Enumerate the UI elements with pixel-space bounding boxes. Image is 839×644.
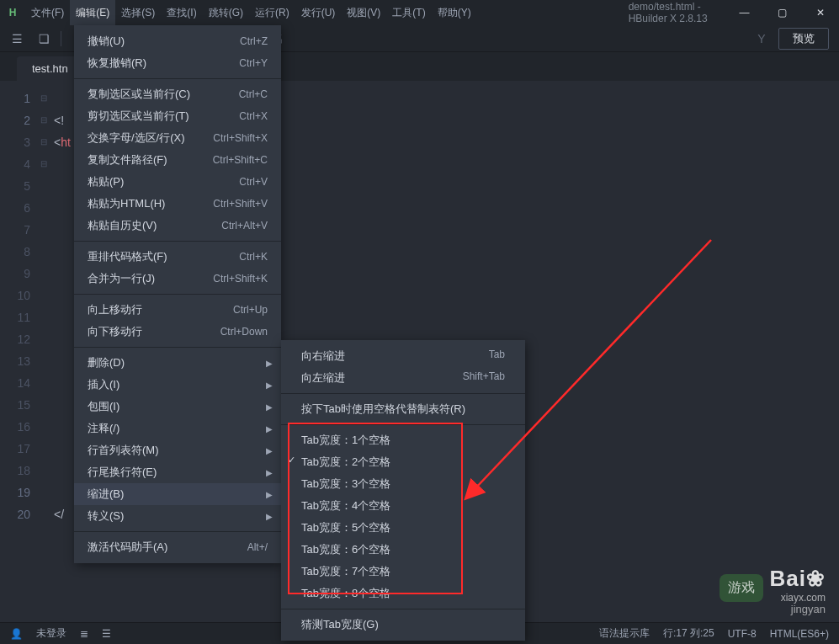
- submenu-label: 猜测Tab宽度(G): [301, 617, 379, 632]
- line-number: 2: [0, 109, 30, 131]
- menu-item-label: 复制选区或当前行(C): [88, 87, 190, 102]
- menu-item[interactable]: 行首列表符(M)▶: [74, 439, 281, 461]
- minimize-button[interactable]: —: [725, 0, 763, 25]
- line-number: 19: [0, 482, 30, 503]
- fold-marker[interactable]: ⊟: [40, 153, 50, 175]
- submenu-item[interactable]: 向左缩进Shift+Tab: [281, 367, 525, 389]
- menu-item-label: 合并为一行(J): [88, 271, 155, 286]
- menu-item[interactable]: 粘贴为HTML(H)Ctrl+Shift+V: [74, 193, 281, 215]
- menu-item[interactable]: 激活代码助手(A)Alt+/: [74, 536, 281, 558]
- line-number: 15: [0, 394, 30, 416]
- menu-item-label: 向下移动行: [88, 324, 142, 339]
- menu-item[interactable]: 行尾换行符(E)▶: [74, 461, 281, 483]
- fold-marker[interactable]: ⊟: [40, 109, 50, 131]
- line-number: 9: [0, 263, 30, 285]
- menu-item-label: 注释(/): [88, 421, 119, 436]
- menu-shortcut: Ctrl+V: [239, 176, 268, 188]
- close-button[interactable]: ✕: [801, 0, 839, 25]
- search-input[interactable]: 输入文件名: [229, 31, 743, 46]
- menu-item[interactable]: 重排代码格式(F)Ctrl+K: [74, 246, 281, 268]
- menu-item[interactable]: 插入(I)▶: [74, 374, 281, 396]
- submenu-item[interactable]: 猜测Tab宽度(G): [281, 614, 525, 636]
- menu-separator: [281, 393, 525, 394]
- tab-width-option[interactable]: Tab宽度：3个空格: [281, 473, 525, 495]
- menu-item-label: 向上移动行: [88, 302, 142, 317]
- menu-separator: [74, 531, 281, 532]
- menu-item[interactable]: 剪切选区或当前行(T)Ctrl+X: [74, 105, 281, 127]
- menu-shortcut: Ctrl+Shift+K: [213, 273, 268, 285]
- tab-width-option[interactable]: Tab宽度：8个空格: [281, 583, 525, 604]
- menu-separator: [281, 424, 525, 425]
- file-tab[interactable]: test.htn: [17, 56, 83, 81]
- filter-icon[interactable]: Y: [751, 29, 772, 49]
- menu-item-label: 粘贴(P): [88, 174, 124, 189]
- menu-6[interactable]: 发行(U): [295, 0, 342, 25]
- syntax-library[interactable]: 语法提示库: [599, 626, 650, 641]
- menu-item[interactable]: 粘贴(P)Ctrl+V: [74, 171, 281, 193]
- menu-item[interactable]: 注释(/)▶: [74, 418, 281, 439]
- tab-width-option[interactable]: Tab宽度：4个空格: [281, 495, 525, 517]
- user-icon[interactable]: 👤: [10, 628, 23, 640]
- menu-item[interactable]: 向下移动行Ctrl+Down: [74, 321, 281, 343]
- menu-item[interactable]: 包围(I)▶: [74, 396, 281, 418]
- tab-width-option[interactable]: Tab宽度：1个空格: [281, 429, 525, 451]
- menu-0[interactable]: 文件(F): [25, 0, 70, 25]
- submenu-item[interactable]: 向右缩进Tab: [281, 345, 525, 367]
- menu-item[interactable]: 撤销(U)Ctrl+Z: [74, 30, 281, 52]
- menu-7[interactable]: 视图(V): [341, 0, 386, 25]
- menu-item[interactable]: 复制文件路径(F)Ctrl+Shift+C: [74, 149, 281, 171]
- login-status[interactable]: 未登录: [36, 626, 66, 641]
- menu-item[interactable]: 转义(S)▶: [74, 505, 281, 527]
- menu-shortcut: Ctrl+Shift+X: [213, 132, 268, 144]
- fold-marker[interactable]: ⊟: [40, 131, 50, 153]
- submenu-arrow-icon: ▶: [266, 424, 273, 434]
- list-icon[interactable]: ☰: [102, 628, 111, 640]
- menu-item[interactable]: 合并为一行(J)Ctrl+Shift+K: [74, 268, 281, 290]
- menu-item-label: 恢复撤销(R): [88, 56, 146, 71]
- submenu-item[interactable]: 按下Tab时使用空格代替制表符(R): [281, 398, 525, 420]
- menu-shortcut: Ctrl+C: [239, 88, 268, 100]
- line-number: 8: [0, 241, 30, 263]
- line-number: 4: [0, 153, 30, 175]
- submenu-label: 向右缩进: [301, 349, 345, 364]
- menu-item[interactable]: 向上移动行Ctrl+Up: [74, 299, 281, 321]
- menu-9[interactable]: 帮助(Y): [432, 0, 477, 25]
- menu-item-label: 剪切选区或当前行(T): [88, 109, 189, 124]
- encoding[interactable]: UTF-8: [728, 628, 757, 640]
- menu-5[interactable]: 运行(R): [249, 0, 295, 25]
- menu-1[interactable]: 编辑(E): [70, 0, 115, 25]
- divider: [61, 31, 61, 46]
- menu-item[interactable]: 粘贴自历史(V)Ctrl+Alt+V: [74, 215, 281, 237]
- terminal-icon[interactable]: ❏: [34, 29, 54, 49]
- menu-item[interactable]: 恢复撤销(R)Ctrl+Y: [74, 52, 281, 74]
- menu-item[interactable]: 复制选区或当前行(C)Ctrl+C: [74, 83, 281, 105]
- menu-item[interactable]: 删除(D)▶: [74, 352, 281, 374]
- submenu-label: Tab宽度：4个空格: [301, 498, 390, 514]
- line-number: 5: [0, 175, 30, 197]
- cursor-position[interactable]: 行:17 列:25: [663, 626, 714, 641]
- menu-3[interactable]: 查找(I): [161, 0, 202, 25]
- fold-marker[interactable]: ⊟: [40, 88, 50, 109]
- menu-item[interactable]: 交换字母/选区/行(X)Ctrl+Shift+X: [74, 127, 281, 149]
- menu-item-label: 撤销(U): [88, 34, 125, 49]
- tab-width-option[interactable]: Tab宽度：2个空格: [281, 451, 525, 473]
- tab-width-option[interactable]: Tab宽度：6个空格: [281, 539, 525, 561]
- menu-item[interactable]: 缩进(B)▶: [74, 483, 281, 505]
- tab-width-option[interactable]: Tab宽度：5个空格: [281, 517, 525, 539]
- line-number: 16: [0, 416, 30, 438]
- tab-width-option[interactable]: Tab宽度：7个空格: [281, 561, 525, 583]
- outline-icon[interactable]: ≣: [80, 628, 88, 640]
- menu-shortcut: Ctrl+Shift+V: [213, 198, 268, 210]
- window-controls: — ▢ ✕: [725, 0, 839, 25]
- preview-button[interactable]: 预览: [778, 28, 829, 50]
- submenu-label: Tab宽度：5个空格: [301, 520, 390, 535]
- language-mode[interactable]: HTML(ES6+): [770, 628, 829, 640]
- menu-item-label: 粘贴自历史(V): [88, 218, 157, 233]
- menu-shortcut: Ctrl+Y: [239, 57, 268, 69]
- sidebar-toggle-icon[interactable]: ☰: [7, 29, 27, 49]
- line-number: 1: [0, 88, 30, 109]
- menu-4[interactable]: 跳转(G): [203, 0, 249, 25]
- menu-2[interactable]: 选择(S): [115, 0, 161, 25]
- menu-8[interactable]: 工具(T): [386, 0, 431, 25]
- maximize-button[interactable]: ▢: [763, 0, 801, 25]
